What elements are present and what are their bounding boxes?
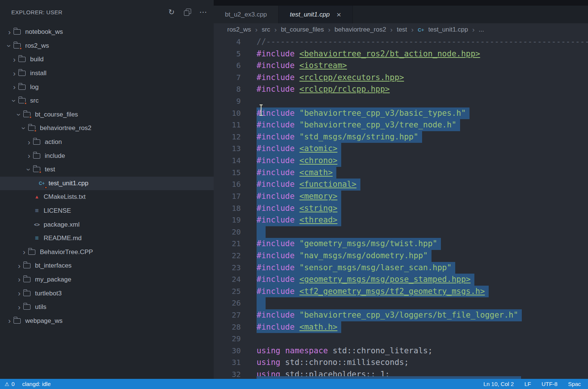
code-line[interactable]: 22#include "nav_msgs/msg/odometry.hpp" bbox=[214, 250, 588, 262]
line-number: 16 bbox=[214, 179, 257, 191]
tree-item-install[interactable]: ›install bbox=[0, 67, 214, 80]
tree-item-turtlebot3[interactable]: ›turtlebot3 bbox=[0, 286, 214, 300]
chevron-separator-icon: › bbox=[472, 26, 474, 34]
breadcrumb-item-behaviortree_ros2[interactable]: behaviortree_ros2 bbox=[334, 26, 386, 33]
line-text: using std::chrono::milliseconds; bbox=[257, 357, 588, 369]
chevron-right-icon: › bbox=[10, 55, 18, 64]
code-line[interactable]: 17#include <memory> bbox=[214, 191, 588, 203]
tree-item-include[interactable]: ›include bbox=[0, 149, 214, 163]
code-line[interactable]: 27#include "behaviortree_cpp_v3/loggers/… bbox=[214, 309, 588, 321]
tab-test_unit1.cpp[interactable]: test_unit1.cpp× bbox=[279, 6, 353, 23]
code-line[interactable]: 4//-------------------------------------… bbox=[214, 36, 588, 48]
breadcrumb-item-src[interactable]: src bbox=[262, 26, 270, 33]
tree-item-README.md[interactable]: ≡README.md bbox=[0, 232, 214, 245]
chevron-right-icon: › bbox=[15, 275, 23, 284]
chevron-down-icon: › bbox=[25, 165, 33, 174]
folder-icon bbox=[33, 139, 40, 145]
line-text: #include "nav_msgs/msg/odometry.hpp" bbox=[257, 250, 588, 262]
selection-highlight: #include <atomic> bbox=[257, 143, 341, 155]
tree-item-log[interactable]: ›log bbox=[0, 80, 214, 94]
line-number: 22 bbox=[214, 250, 257, 262]
code-line[interactable]: 11#include "behaviortree_cpp_v3/tree_nod… bbox=[214, 119, 588, 131]
line-text: #include "behaviortree_cpp_v3/tree_node.… bbox=[257, 119, 588, 131]
open-editors-icon[interactable] bbox=[182, 7, 193, 17]
code-line[interactable]: 20 bbox=[214, 226, 588, 238]
code-line[interactable]: 15#include <cmath> bbox=[214, 167, 588, 179]
code-line[interactable]: 12#include "std_msgs/msg/string.hpp" bbox=[214, 131, 588, 143]
git-modified-dot bbox=[39, 171, 42, 174]
code-line[interactable]: 26 bbox=[214, 297, 588, 309]
breadcrumb-item-test[interactable]: test bbox=[397, 26, 407, 33]
explorer-header: EXPLORER: USER ↻⋯ bbox=[0, 0, 214, 24]
code-line[interactable]: 21#include "geometry_msgs/msg/twist.hpp" bbox=[214, 238, 588, 250]
breadcrumb-item-bt_course_files[interactable]: bt_course_files bbox=[281, 26, 324, 33]
code-line[interactable]: 25#include <tf2_geometry_msgs/tf2_geomet… bbox=[214, 286, 588, 298]
close-icon[interactable]: × bbox=[336, 11, 341, 18]
more-actions-icon[interactable]: ⋯ bbox=[198, 7, 208, 17]
tree-item-LICENSE[interactable]: ≡LICENSE bbox=[0, 204, 214, 218]
chevron-separator-icon: › bbox=[255, 26, 257, 34]
tree-item-src[interactable]: ›src bbox=[0, 94, 214, 108]
code-line[interactable]: 29 bbox=[214, 333, 588, 345]
tree-item-test[interactable]: ›test bbox=[0, 163, 214, 177]
status-eol[interactable]: LF bbox=[524, 381, 531, 387]
status-indentation[interactable]: Spac bbox=[568, 381, 581, 387]
tree-item-action[interactable]: ›action bbox=[0, 135, 214, 149]
code-line[interactable]: 9 bbox=[214, 95, 588, 107]
status-encoding[interactable]: UTF-8 bbox=[541, 381, 558, 387]
tree-item-BehaviorTree.CPP[interactable]: ›BehaviorTree.CPP bbox=[0, 245, 214, 259]
code-line[interactable]: 5#include <behaviortree_ros2/bt_action_n… bbox=[214, 48, 588, 60]
tree-item-bt_course_files[interactable]: ›bt_course_files bbox=[0, 108, 214, 122]
code-line[interactable]: 8#include <rclcpp/rclcpp.hpp> bbox=[214, 83, 588, 95]
selection-highlight: #include "sensor_msgs/msg/laser_scan.hpp… bbox=[257, 262, 455, 274]
status-bar: ⚠0clangd: idle Ln 10, Col 2LFUTF-8Spac bbox=[0, 379, 588, 389]
partial-selection-strip bbox=[257, 376, 521, 379]
status-cursor-position[interactable]: Ln 10, Col 2 bbox=[483, 381, 514, 387]
code-line[interactable]: 18#include <string> bbox=[214, 203, 588, 215]
tree-item-my_package[interactable]: ›my_package bbox=[0, 273, 214, 287]
line-number: 11 bbox=[214, 119, 257, 131]
line-number: 21 bbox=[214, 238, 257, 250]
code-line[interactable]: 14#include <chrono> bbox=[214, 155, 588, 167]
code-line[interactable]: 7#include <rclcpp/executors.hpp> bbox=[214, 72, 588, 84]
tree-item-label: package.xml bbox=[44, 221, 79, 229]
breadcrumb-item-test_unit1.cpp[interactable]: test_unit1.cpp bbox=[428, 26, 468, 33]
code-line[interactable]: 28#include <math.h> bbox=[214, 321, 588, 333]
breadcrumb-overflow[interactable]: ... bbox=[479, 26, 484, 33]
chevron-separator-icon: › bbox=[411, 26, 413, 34]
code-editor[interactable]: 4//-------------------------------------… bbox=[214, 36, 588, 379]
folder-icon bbox=[28, 250, 35, 255]
tree-item-ros2_ws[interactable]: ›ros2_ws bbox=[0, 39, 214, 53]
tree-item-test_unit1.cpp[interactable]: C+test_unit1.cpp bbox=[0, 177, 214, 191]
tree-item-webpage_ws[interactable]: ›webpage_ws bbox=[0, 314, 214, 328]
ibeam-cursor bbox=[259, 104, 263, 117]
tree-item-bt_interfaces[interactable]: ›bt_interfaces bbox=[0, 259, 214, 273]
tree-item-package.xml[interactable]: <>package.xml bbox=[0, 218, 214, 232]
folder-icon bbox=[23, 291, 30, 296]
tree-item-utils[interactable]: ›utils bbox=[0, 300, 214, 314]
code-line[interactable]: 23#include "sensor_msgs/msg/laser_scan.h… bbox=[214, 262, 588, 274]
tab-bt_u2_ex3.cpp[interactable]: bt_u2_ex3.cpp bbox=[214, 6, 279, 23]
code-line[interactable]: 16#include <functional> bbox=[214, 179, 588, 191]
selection-highlight: #include <chrono> bbox=[257, 155, 341, 167]
breadcrumb-item-ros2_ws[interactable]: ros2_ws bbox=[227, 26, 251, 33]
tree-item-build[interactable]: ›build bbox=[0, 53, 214, 67]
code-line[interactable]: 24#include <geometry_msgs/msg/pose_stamp… bbox=[214, 274, 588, 286]
code-line[interactable]: 31using std::chrono::milliseconds; bbox=[214, 357, 588, 369]
code-line[interactable]: 13#include <atomic> bbox=[214, 143, 588, 155]
code-line[interactable]: 6#include <iostream> bbox=[214, 60, 588, 72]
tree-item-notebook_ws[interactable]: ›notebook_ws bbox=[0, 25, 214, 39]
line-text bbox=[257, 95, 588, 107]
refresh-icon[interactable]: ↻ bbox=[166, 7, 177, 17]
code-line[interactable]: 30using namespace std::chrono_literals; bbox=[214, 345, 588, 357]
status-clangd[interactable]: clangd: idle bbox=[22, 381, 51, 387]
line-text: #include <memory> bbox=[257, 191, 588, 203]
status-warnings[interactable]: ⚠0 bbox=[5, 381, 15, 387]
line-number: 23 bbox=[214, 262, 257, 274]
tree-item-behaviortree_ros2[interactable]: ›behaviortree_ros2 bbox=[0, 121, 214, 135]
status-clangd-label: clangd: idle bbox=[22, 381, 51, 387]
tree-item-CMakeLists.txt[interactable]: ▲CMakeLists.txt bbox=[0, 190, 214, 204]
code-line[interactable]: 19#include <thread> bbox=[214, 214, 588, 226]
code-line[interactable]: 10#include "behaviortree_cpp_v3/basic_ty… bbox=[214, 107, 588, 120]
warnings-icon: ⚠ bbox=[5, 381, 9, 387]
